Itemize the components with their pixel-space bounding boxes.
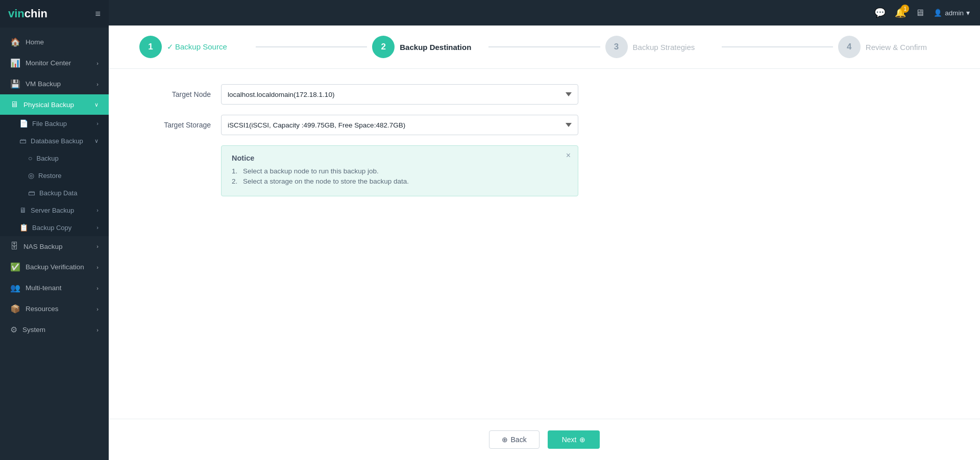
step-review-confirm: 4 Review & Confirm (838, 36, 949, 58)
sidebar-item-server-backup[interactable]: 🖥 Server Backup › (0, 201, 109, 219)
step-circle-3: 3 (605, 36, 628, 58)
sidebar-nav: 🏠 Home 📊 Monitor Center › 💾 VM Backup › … (0, 28, 109, 460)
sidebar-label-nas-backup: NAS Backup (23, 243, 63, 250)
next-button[interactable]: Next ⊕ (548, 430, 600, 449)
vm-backup-icon: 💾 (10, 79, 20, 89)
step-backup-strategies: 3 Backup Strategies (605, 36, 717, 58)
notice-list: 1. Select a backup node to run this back… (232, 167, 568, 185)
user-chevron-icon: ▾ (966, 9, 970, 17)
sidebar-label-multi-tenant: Multi-tenant (26, 284, 62, 292)
target-node-select[interactable]: localhost.localdomain(172.18.1.10) (221, 84, 578, 105)
hamburger-icon[interactable]: ≡ (95, 9, 101, 19)
physical-backup-icon: 🖥 (10, 100, 18, 109)
step-circle-2: 2 (372, 36, 395, 58)
notification-icon[interactable]: 🔔 1 (895, 7, 906, 18)
physical-backup-submenu: 📄 File Backup › 🗃 Database Backup ∨ ○ Ba… (0, 115, 109, 236)
chevron-right-res: › (96, 306, 99, 312)
topbar: 💬 🔔 1 🖥 👤 admin ▾ (109, 0, 980, 25)
chevron-right-file: › (96, 120, 99, 126)
target-storage-select[interactable]: iSCSI1(iSCSI, Capacity :499.75GB, Free S… (221, 115, 578, 135)
step-circle-4: 4 (838, 36, 861, 58)
sidebar-item-file-backup[interactable]: 📄 File Backup › (0, 115, 109, 132)
database-icon: 🗃 (19, 137, 27, 145)
sidebar-item-backup-data[interactable]: 🗃 Backup Data (0, 184, 109, 201)
sidebar-item-monitor-center[interactable]: 📊 Monitor Center › (0, 53, 109, 73)
sidebar-label-home: Home (26, 38, 44, 46)
sidebar-item-restore[interactable]: ◎ Restore (0, 167, 109, 184)
notice-title: Notice (232, 154, 568, 162)
verification-icon: ✅ (10, 262, 20, 272)
monitor-display-icon[interactable]: 🖥 (915, 8, 924, 18)
main-wrapper: 💬 🔔 1 🖥 👤 admin ▾ 1 ✓Backup Source (109, 0, 980, 460)
content-area: 1 ✓Backup Source 2 Backup Destination 3 (109, 25, 980, 460)
sidebar-item-vm-backup[interactable]: 💾 VM Backup › (0, 73, 109, 94)
notification-badge: 1 (901, 5, 909, 13)
step-label-backup-strategies: Backup Strategies (633, 43, 695, 52)
step-connector-2 (488, 46, 600, 47)
sidebar-item-physical-backup[interactable]: 🖥 Physical Backup ∨ (0, 94, 109, 115)
form-area: Target Node localhost.localdomain(172.18… (109, 69, 980, 419)
sidebar-header: vinchin ≡ (0, 0, 109, 28)
sidebar-item-system[interactable]: ⚙ System › (0, 319, 109, 340)
step-number-2: 2 (381, 42, 386, 52)
sidebar-label-backup-copy: Backup Copy (32, 224, 71, 232)
notice-item-1: 1. Select a backup node to run this back… (232, 167, 568, 175)
sidebar-label-physical-backup: Physical Backup (23, 101, 74, 109)
sidebar-label-server-backup: Server Backup (31, 207, 74, 214)
chevron-right-verif: › (96, 264, 99, 270)
system-icon: ⚙ (10, 325, 17, 335)
sidebar-label-vm-backup: VM Backup (26, 80, 61, 88)
backup-data-icon: 🗃 (28, 189, 35, 197)
notice-close-button[interactable]: × (566, 151, 571, 160)
back-button[interactable]: ⊕ Back (489, 430, 540, 449)
chevron-right-db: ∨ (94, 138, 99, 144)
step-number-3: 3 (614, 42, 619, 52)
sidebar-label-resources: Resources (26, 305, 59, 313)
target-node-label: Target Node (150, 90, 221, 98)
notice-item-2: 2. Select a storage on the node to store… (232, 177, 568, 185)
user-label: admin (945, 9, 964, 17)
file-backup-icon: 📄 (19, 119, 28, 127)
sidebar-label-backup-verification: Backup Verification (26, 263, 84, 271)
step-number-4: 4 (847, 42, 851, 52)
logo: vinchin (8, 7, 47, 20)
home-icon: 🏠 (10, 37, 20, 47)
target-storage-label: Target Storage (150, 121, 221, 129)
user-icon: 👤 (934, 9, 942, 17)
chevron-down-icon: ∨ (94, 101, 99, 108)
step-connector-1 (256, 46, 367, 47)
chevron-right-icon-vm: › (96, 81, 99, 87)
sidebar-label-file-backup: File Backup (32, 120, 67, 127)
checkmark-icon: ✓ (167, 42, 174, 51)
sidebar-label-system: System (22, 326, 45, 334)
logo-suffix: chin (24, 7, 47, 20)
step-label-backup-source: ✓Backup Source (167, 42, 227, 52)
sidebar-item-backup[interactable]: ○ Backup (0, 149, 109, 167)
target-node-row: Target Node localhost.localdomain(172.18… (150, 84, 939, 105)
user-menu[interactable]: 👤 admin ▾ (934, 9, 970, 17)
sidebar-item-multi-tenant[interactable]: 👥 Multi-tenant › (0, 277, 109, 298)
back-label: Back (511, 436, 527, 444)
sidebar-item-nas-backup[interactable]: 🗄 NAS Backup › (0, 236, 109, 257)
next-label: Next (562, 436, 577, 444)
multi-tenant-icon: 👥 (10, 283, 20, 293)
step-connector-3 (722, 46, 833, 47)
notice-text-1: Select a backup node to run this backup … (243, 167, 379, 175)
chevron-right-nas: › (96, 243, 99, 249)
sidebar-item-backup-verification[interactable]: ✅ Backup Verification › (0, 257, 109, 277)
chevron-right-copy: › (96, 224, 99, 231)
sidebar-label-restore: Restore (38, 172, 62, 180)
sidebar-item-resources[interactable]: 📦 Resources › (0, 298, 109, 319)
sidebar-item-home[interactable]: 🏠 Home (0, 32, 109, 53)
stepper: 1 ✓Backup Source 2 Backup Destination 3 (109, 25, 980, 69)
back-circle-icon: ⊕ (502, 436, 508, 444)
sidebar-item-database-backup[interactable]: 🗃 Database Backup ∨ (0, 132, 109, 149)
chat-icon[interactable]: 💬 (874, 7, 886, 18)
step-circle-1: 1 (139, 36, 162, 58)
resources-icon: 📦 (10, 304, 20, 314)
nas-icon: 🗄 (10, 242, 18, 251)
sidebar-label-monitor: Monitor Center (26, 59, 71, 67)
step-label-review-confirm: Review & Confirm (866, 43, 927, 52)
restore-icon: ◎ (28, 171, 34, 180)
sidebar-item-backup-copy[interactable]: 📋 Backup Copy › (0, 219, 109, 236)
